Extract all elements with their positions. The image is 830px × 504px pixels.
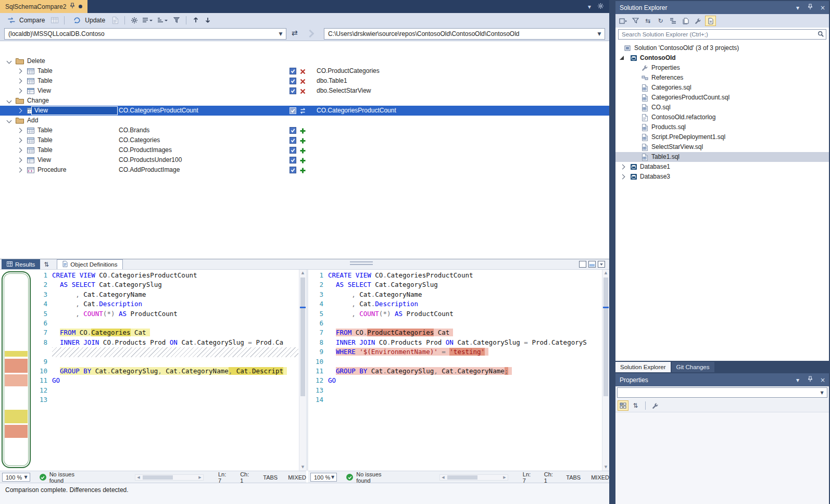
grid-row[interactable]: Table dbo.Table1 xyxy=(0,76,609,86)
left-vertical-scrollbar[interactable]: ▲ ▼ xyxy=(299,270,306,471)
include-checkbox[interactable] xyxy=(290,157,296,163)
search-input[interactable]: Search Solution Explorer (Ctrl+;) xyxy=(618,29,826,40)
search-icon[interactable] xyxy=(815,31,826,37)
right-vertical-scrollbar[interactable]: ▲ ▼ xyxy=(602,270,609,471)
tree-item[interactable]: Categories.sql xyxy=(615,83,829,93)
grid-group-change[interactable]: Change xyxy=(0,96,609,106)
include-checkbox[interactable] xyxy=(290,127,296,134)
compare-button[interactable]: Compare xyxy=(3,14,48,27)
property-pages-icon[interactable] xyxy=(650,400,661,411)
expander-collapsed-icon[interactable] xyxy=(620,165,625,170)
tab-list-chevron-icon[interactable]: ▾ xyxy=(588,3,591,10)
left-horizontal-scrollbar[interactable]: ◀▶ xyxy=(135,474,204,481)
chevron-right-icon[interactable] xyxy=(17,89,22,94)
chevron-right-icon[interactable] xyxy=(17,128,22,133)
grid-row[interactable]: Table CO.ProductCategories xyxy=(0,66,609,76)
tree-item[interactable]: ContosoOld.refactorlog xyxy=(615,112,829,122)
include-checkbox[interactable] xyxy=(290,78,296,84)
tree-item[interactable]: Products.sql xyxy=(615,122,829,132)
include-checkbox[interactable] xyxy=(290,68,296,74)
chevron-right-icon[interactable] xyxy=(17,69,22,74)
tree-item[interactable]: Script.PreDeployment1.sql xyxy=(615,132,829,142)
properties-icon[interactable] xyxy=(693,16,703,26)
filter-icon[interactable] xyxy=(171,15,182,26)
chevron-right-icon[interactable] xyxy=(17,168,22,173)
scroll-down-icon[interactable]: ▼ xyxy=(299,464,306,471)
tree-item[interactable]: References xyxy=(615,73,829,83)
splitter-grip[interactable] xyxy=(350,261,373,265)
pin-icon[interactable] xyxy=(806,376,814,384)
pin-icon[interactable] xyxy=(70,3,75,10)
tab-sqlschemacompare2[interactable]: SqlSchemaCompare2 xyxy=(0,0,87,13)
chevron-down-icon[interactable]: ▾ xyxy=(794,376,802,384)
grid-row[interactable]: View CO.ProductsUnder100 xyxy=(0,155,609,165)
close-icon[interactable]: × xyxy=(819,4,827,11)
source-connection-dropdown[interactable]: (localdb)\MSSQLLocalDB.Contoso ▼ xyxy=(4,28,286,40)
layout-single-icon[interactable] xyxy=(579,261,586,268)
include-checkbox[interactable] xyxy=(290,167,296,173)
next-difference-icon[interactable] xyxy=(203,15,213,26)
tab-git-changes[interactable]: Git Changes xyxy=(672,362,714,372)
properties-title-bar[interactable]: Properties ▾ × xyxy=(615,373,829,386)
preview-selected-items-icon[interactable] xyxy=(705,16,716,26)
zoom-level-select[interactable]: 100 %▼ xyxy=(2,473,30,482)
tab-object-definitions[interactable]: Object Definitions xyxy=(57,259,123,269)
grid-row[interactable]: Table CO.Categories xyxy=(0,135,609,145)
scroll-up-icon[interactable]: ▲ xyxy=(602,270,609,276)
layout-collapse-icon[interactable] xyxy=(598,261,605,268)
chevron-down-icon[interactable]: ▾ xyxy=(794,4,802,11)
show-all-files-icon[interactable] xyxy=(680,16,691,26)
chevron-right-icon[interactable] xyxy=(17,108,22,114)
categorized-icon[interactable] xyxy=(618,400,628,411)
tree-item[interactable]: CategoriesProductCount.sql xyxy=(615,93,829,103)
include-checkbox[interactable] xyxy=(290,147,296,154)
nest-files-icon[interactable] xyxy=(668,16,678,26)
properties-object-dropdown[interactable]: ▼ xyxy=(617,387,827,398)
refresh-icon[interactable]: ↻ xyxy=(655,16,666,26)
tab-results[interactable]: Results xyxy=(2,259,40,269)
chevron-down-icon[interactable] xyxy=(7,118,12,123)
expander-expanded-icon[interactable] xyxy=(620,56,624,60)
layout-split-icon[interactable] xyxy=(588,261,596,268)
include-checkbox[interactable] xyxy=(290,87,296,94)
pending-changes-filter-icon[interactable] xyxy=(630,16,641,26)
chevron-down-icon[interactable] xyxy=(7,98,12,104)
close-icon[interactable]: × xyxy=(819,376,827,384)
previous-difference-icon[interactable] xyxy=(191,15,201,26)
include-checkbox[interactable] xyxy=(290,137,296,144)
alphabetical-sort-icon[interactable]: ⇅ xyxy=(630,400,641,411)
pin-icon[interactable] xyxy=(806,4,814,11)
grid-row[interactable]: Table CO.ProductImages xyxy=(0,145,609,155)
chevron-right-icon[interactable] xyxy=(17,138,22,143)
switch-views-icon[interactable] xyxy=(618,16,628,26)
tree-item[interactable]: Database1 xyxy=(615,162,829,172)
chevron-right-icon[interactable] xyxy=(17,158,22,163)
source-code-editor[interactable]: 1CREATE VIEW CO.CategoriesProductCount2 … xyxy=(31,271,298,471)
chevron-down-icon[interactable] xyxy=(7,59,12,64)
target-code-editor[interactable]: 1CREATE VIEW CO.CategoriesProductCount2 … xyxy=(308,271,601,471)
solution-explorer-title-bar[interactable]: Solution Explorer ▾ × xyxy=(615,1,829,14)
tree-item[interactable]: CO.sql xyxy=(615,103,829,112)
grid-row[interactable]: Table CO.Brands xyxy=(0,125,609,135)
tree-item[interactable]: Table1.sql xyxy=(615,152,829,162)
swap-direction-icon[interactable]: ⇄ xyxy=(292,29,298,37)
grid-row[interactable]: View dbo.SelectStarView xyxy=(0,86,609,96)
scroll-down-icon[interactable]: ▼ xyxy=(602,464,609,471)
grid-row[interactable]: View CO.CategoriesProductCount CO.Catego… xyxy=(0,106,609,116)
scrollbar-thumb[interactable] xyxy=(300,278,305,396)
options-gear-icon[interactable] xyxy=(129,15,140,26)
tree-item[interactable]: ContosoOld xyxy=(615,53,829,63)
sort-lines-icon[interactable]: ⇅ xyxy=(40,259,53,269)
tree-item[interactable]: Database3 xyxy=(615,172,829,182)
document-well-gear-icon[interactable] xyxy=(597,3,604,11)
include-checkbox[interactable] xyxy=(290,107,296,114)
grid-group-add[interactable]: Add xyxy=(0,116,609,125)
tree-item[interactable]: SelectStarView.sql xyxy=(615,142,829,152)
sync-with-active-document-icon[interactable]: ⇆ xyxy=(643,16,653,26)
grid-group-delete[interactable]: Delete xyxy=(0,56,609,66)
chevron-right-icon[interactable] xyxy=(17,148,22,153)
right-horizontal-scrollbar[interactable]: ◀▶ xyxy=(439,474,508,481)
expander-collapsed-icon[interactable] xyxy=(620,174,625,180)
sort-results-icon[interactable] xyxy=(156,15,170,26)
chevron-right-icon[interactable] xyxy=(17,79,22,84)
